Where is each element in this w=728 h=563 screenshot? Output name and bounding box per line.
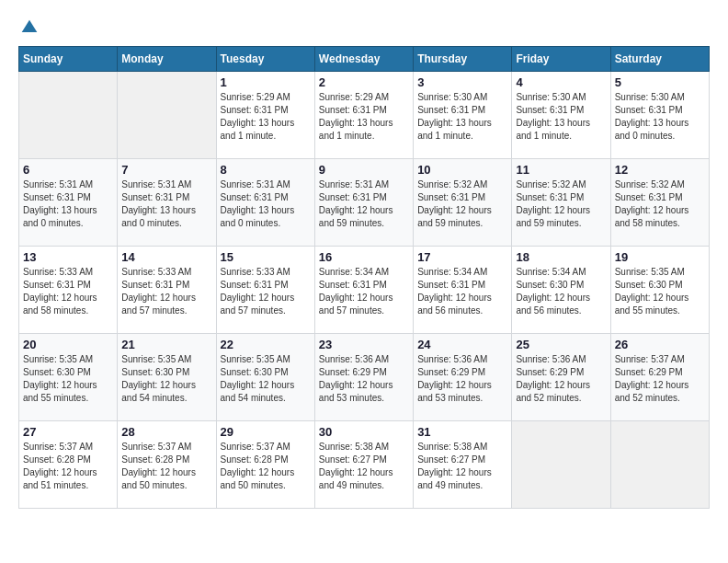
day-number: 5 [615,75,705,89]
day-info: Sunrise: 5:34 AM Sunset: 6:30 PM Dayligh… [516,266,606,317]
day-number: 4 [516,75,606,89]
day-number: 25 [516,338,606,351]
day-info: Sunrise: 5:30 AM Sunset: 6:31 PM Dayligh… [615,91,705,143]
day-number: 27 [23,425,113,439]
day-info: Sunrise: 5:34 AM Sunset: 6:31 PM Dayligh… [319,266,409,317]
calendar-cell: 9Sunrise: 5:31 AM Sunset: 6:31 PM Daylig… [314,159,413,247]
calendar-cell: 4Sunrise: 5:30 AM Sunset: 6:31 PM Daylig… [512,72,610,159]
day-number: 11 [516,163,606,177]
day-info: Sunrise: 5:38 AM Sunset: 6:27 PM Dayligh… [417,441,507,492]
day-number: 9 [319,163,409,177]
calendar-cell: 29Sunrise: 5:37 AM Sunset: 6:28 PM Dayli… [216,421,314,509]
day-number: 24 [417,338,507,351]
day-number: 23 [319,338,409,351]
calendar-cell: 25Sunrise: 5:36 AM Sunset: 6:29 PM Dayli… [512,334,610,421]
day-info: Sunrise: 5:35 AM Sunset: 6:30 PM Dayligh… [23,353,113,405]
calendar-cell: 12Sunrise: 5:32 AM Sunset: 6:31 PM Dayli… [610,159,709,247]
week-row-2: 6Sunrise: 5:31 AM Sunset: 6:31 PM Daylig… [19,159,710,247]
calendar-cell [610,421,709,509]
calendar-cell: 28Sunrise: 5:37 AM Sunset: 6:28 PM Dayli… [118,421,216,509]
calendar-cell: 6Sunrise: 5:31 AM Sunset: 6:31 PM Daylig… [19,159,118,247]
calendar-cell: 8Sunrise: 5:31 AM Sunset: 6:31 PM Daylig… [216,159,314,247]
day-info: Sunrise: 5:38 AM Sunset: 6:27 PM Dayligh… [319,441,409,492]
day-info: Sunrise: 5:37 AM Sunset: 6:28 PM Dayligh… [121,441,211,492]
calendar-table: SundayMondayTuesdayWednesdayThursdayFrid… [18,46,710,509]
svg-marker-0 [22,20,38,32]
calendar-cell: 13Sunrise: 5:33 AM Sunset: 6:31 PM Dayli… [19,247,118,334]
day-info: Sunrise: 5:36 AM Sunset: 6:29 PM Dayligh… [417,353,507,405]
calendar-cell: 16Sunrise: 5:34 AM Sunset: 6:31 PM Dayli… [314,247,413,334]
day-info: Sunrise: 5:32 AM Sunset: 6:31 PM Dayligh… [417,178,507,230]
day-number: 3 [417,75,507,89]
logo-icon [20,18,39,37]
calendar-cell: 27Sunrise: 5:37 AM Sunset: 6:28 PM Dayli… [19,421,118,509]
day-number: 20 [23,338,113,351]
day-number: 17 [417,250,507,264]
day-number: 8 [221,163,311,177]
calendar-cell: 23Sunrise: 5:36 AM Sunset: 6:29 PM Dayli… [314,334,413,421]
day-info: Sunrise: 5:37 AM Sunset: 6:28 PM Dayligh… [23,441,113,492]
day-number: 21 [121,338,211,351]
calendar-cell: 15Sunrise: 5:33 AM Sunset: 6:31 PM Dayli… [216,247,314,334]
day-info: Sunrise: 5:37 AM Sunset: 6:28 PM Dayligh… [221,441,311,492]
day-number: 29 [221,425,311,439]
day-info: Sunrise: 5:30 AM Sunset: 6:31 PM Dayligh… [516,91,606,143]
calendar-cell: 31Sunrise: 5:38 AM Sunset: 6:27 PM Dayli… [414,421,512,509]
day-number: 7 [121,163,211,177]
day-info: Sunrise: 5:30 AM Sunset: 6:31 PM Dayligh… [417,91,507,143]
day-info: Sunrise: 5:31 AM Sunset: 6:31 PM Dayligh… [23,178,113,230]
day-header-monday: Monday [118,47,216,72]
week-row-4: 20Sunrise: 5:35 AM Sunset: 6:30 PM Dayli… [19,334,710,421]
calendar-cell: 14Sunrise: 5:33 AM Sunset: 6:31 PM Dayli… [118,247,216,334]
week-row-3: 13Sunrise: 5:33 AM Sunset: 6:31 PM Dayli… [19,247,710,334]
calendar-cell [118,72,216,159]
day-number: 15 [221,250,311,264]
day-info: Sunrise: 5:32 AM Sunset: 6:31 PM Dayligh… [516,178,606,230]
day-header-tuesday: Tuesday [216,47,314,72]
day-info: Sunrise: 5:37 AM Sunset: 6:29 PM Dayligh… [615,353,705,405]
day-info: Sunrise: 5:36 AM Sunset: 6:29 PM Dayligh… [516,353,606,405]
calendar-cell: 5Sunrise: 5:30 AM Sunset: 6:31 PM Daylig… [610,72,709,159]
day-info: Sunrise: 5:33 AM Sunset: 6:31 PM Dayligh… [121,266,211,317]
calendar-cell: 26Sunrise: 5:37 AM Sunset: 6:29 PM Dayli… [610,334,709,421]
day-number: 30 [319,425,409,439]
day-number: 13 [23,250,113,264]
calendar-cell: 1Sunrise: 5:29 AM Sunset: 6:31 PM Daylig… [216,72,314,159]
calendar-cell: 3Sunrise: 5:30 AM Sunset: 6:31 PM Daylig… [414,72,512,159]
day-header-wednesday: Wednesday [314,47,413,72]
day-number: 10 [417,163,507,177]
logo [18,18,39,37]
calendar-cell: 18Sunrise: 5:34 AM Sunset: 6:30 PM Dayli… [512,247,610,334]
day-number: 18 [516,250,606,264]
day-header-saturday: Saturday [610,47,709,72]
calendar-cell: 10Sunrise: 5:32 AM Sunset: 6:31 PM Dayli… [414,159,512,247]
calendar-cell: 2Sunrise: 5:29 AM Sunset: 6:31 PM Daylig… [314,72,413,159]
calendar-cell: 11Sunrise: 5:32 AM Sunset: 6:31 PM Dayli… [512,159,610,247]
page-header [18,18,710,37]
day-number: 31 [417,425,507,439]
day-number: 14 [121,250,211,264]
day-header-sunday: Sunday [19,47,118,72]
day-info: Sunrise: 5:35 AM Sunset: 6:30 PM Dayligh… [221,353,311,405]
day-info: Sunrise: 5:29 AM Sunset: 6:31 PM Dayligh… [319,91,409,143]
day-number: 12 [615,163,705,177]
calendar-cell: 24Sunrise: 5:36 AM Sunset: 6:29 PM Dayli… [414,334,512,421]
day-info: Sunrise: 5:33 AM Sunset: 6:31 PM Dayligh… [221,266,311,317]
day-info: Sunrise: 5:31 AM Sunset: 6:31 PM Dayligh… [221,178,311,230]
day-info: Sunrise: 5:36 AM Sunset: 6:29 PM Dayligh… [319,353,409,405]
day-info: Sunrise: 5:34 AM Sunset: 6:31 PM Dayligh… [417,266,507,317]
day-info: Sunrise: 5:29 AM Sunset: 6:31 PM Dayligh… [221,91,311,143]
day-info: Sunrise: 5:35 AM Sunset: 6:30 PM Dayligh… [121,353,211,405]
day-number: 19 [615,250,705,264]
calendar-cell: 17Sunrise: 5:34 AM Sunset: 6:31 PM Dayli… [414,247,512,334]
calendar-cell: 30Sunrise: 5:38 AM Sunset: 6:27 PM Dayli… [314,421,413,509]
day-number: 26 [615,338,705,351]
day-info: Sunrise: 5:35 AM Sunset: 6:30 PM Dayligh… [615,266,705,317]
calendar-cell: 7Sunrise: 5:31 AM Sunset: 6:31 PM Daylig… [118,159,216,247]
week-row-1: 1Sunrise: 5:29 AM Sunset: 6:31 PM Daylig… [19,72,710,159]
day-number: 16 [319,250,409,264]
calendar-cell [512,421,610,509]
week-row-5: 27Sunrise: 5:37 AM Sunset: 6:28 PM Dayli… [19,421,710,509]
day-header-thursday: Thursday [414,47,512,72]
day-number: 2 [319,75,409,89]
